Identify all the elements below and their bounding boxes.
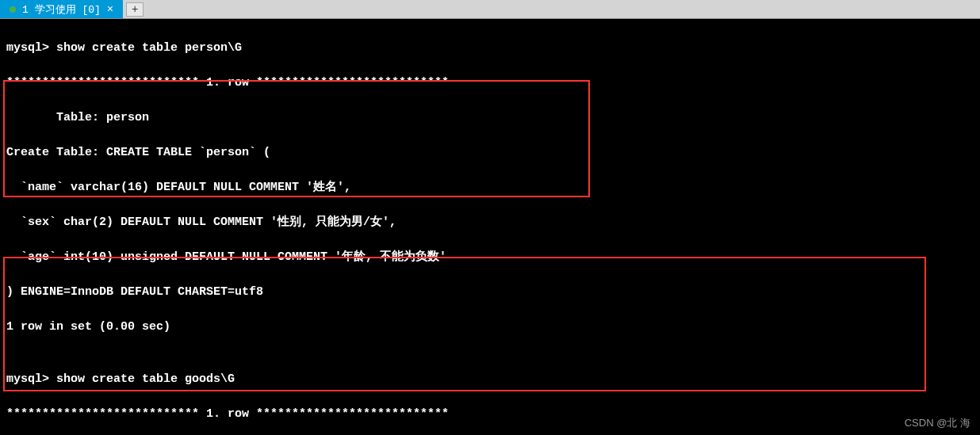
- terminal-line: Create Table: CREATE TABLE `person` (: [6, 144, 974, 162]
- tab-label: 1 学习使用 [0]: [22, 2, 101, 17]
- new-tab-button[interactable]: +: [126, 2, 144, 17]
- terminal-line: ) ENGINE=InnoDB DEFAULT CHARSET=utf8: [6, 284, 974, 301]
- tab-active[interactable]: 1 学习使用 [0] ×: [0, 0, 123, 18]
- terminal-line: 1 row in set (0.00 sec): [6, 319, 974, 336]
- terminal-line: *************************** 1. row *****…: [6, 74, 974, 92]
- terminal-line: `age` int(10) unsigned DEFAULT NULL COMM…: [6, 249, 974, 266]
- terminal-output[interactable]: mysql> show create table person\G ******…: [0, 19, 980, 435]
- watermark: CSDN @北 海: [905, 416, 970, 430]
- tab-bar: 1 学习使用 [0] × +: [0, 0, 980, 19]
- terminal-line: *************************** 1. row *****…: [6, 406, 974, 423]
- terminal-line: Table: person: [6, 109, 974, 127]
- terminal-line: mysql> show create table person\G: [6, 40, 974, 57]
- terminal-line: `name` varchar(16) DEFAULT NULL COMMENT …: [6, 179, 974, 197]
- terminal-line: mysql> show create table goods\G: [6, 371, 974, 388]
- plus-icon: +: [132, 3, 138, 16]
- status-dot-icon: [10, 6, 16, 13]
- terminal-line: `sex` char(2) DEFAULT NULL COMMENT '性别, …: [6, 214, 974, 231]
- close-icon[interactable]: ×: [107, 3, 113, 16]
